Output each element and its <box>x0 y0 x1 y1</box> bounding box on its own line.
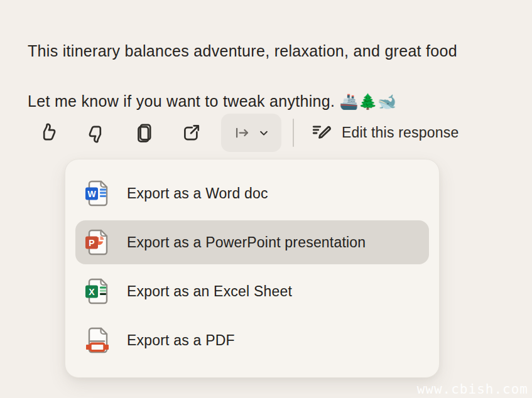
svg-text:P: P <box>89 238 94 248</box>
thumbs-up-icon <box>38 122 59 144</box>
chevron-down-icon <box>258 127 269 139</box>
menu-item-export-pdf[interactable]: Export as a PDF <box>75 318 429 362</box>
thumbs-up-button[interactable] <box>35 119 62 147</box>
thumbs-down-icon <box>85 122 107 144</box>
word-file-icon: W <box>84 179 111 208</box>
menu-item-export-powerpoint[interactable]: P Export as a PowerPoint presentation <box>75 220 429 264</box>
pdf-file-icon <box>84 326 111 355</box>
response-paragraph-2: Let me know if you want to tweak anythin… <box>28 91 532 112</box>
watermark: www.cbish.com <box>417 382 528 397</box>
menu-item-label: Export as a PowerPoint presentation <box>127 234 366 251</box>
export-button[interactable] <box>221 114 281 152</box>
svg-text:X: X <box>89 287 95 297</box>
response-paragraph: This itinerary balances adventure, relax… <box>28 41 532 61</box>
export-menu: W Export as a Word doc P Export as a Pow… <box>65 159 440 378</box>
response-closing-text: Let me know if you want to tweak anythin… <box>28 92 335 110</box>
response-toolbar <box>35 114 225 152</box>
svg-text:W: W <box>87 189 96 199</box>
powerpoint-file-icon: P <box>84 228 111 257</box>
toolbar-divider <box>293 119 294 147</box>
edit-icon <box>310 122 333 144</box>
excel-file-icon: X <box>84 277 111 306</box>
edit-response-label: Edit this response <box>342 124 459 141</box>
menu-item-export-word[interactable]: W Export as a Word doc <box>75 171 429 215</box>
copy-button[interactable] <box>130 119 158 147</box>
edit-response-button[interactable]: Edit this response <box>310 119 459 147</box>
emoji-ship-tree-whale: 🚢🌲🐋 <box>340 93 397 110</box>
export-icon <box>234 124 251 141</box>
menu-item-label: Export as a PDF <box>127 332 235 349</box>
menu-item-label: Export as a Word doc <box>127 185 268 202</box>
thumbs-down-button[interactable] <box>82 119 110 147</box>
copy-icon <box>133 122 155 144</box>
share-button[interactable] <box>178 119 205 147</box>
share-icon <box>181 122 202 144</box>
menu-item-label: Export as an Excel Sheet <box>127 283 292 300</box>
menu-item-export-excel[interactable]: X Export as an Excel Sheet <box>75 269 429 313</box>
